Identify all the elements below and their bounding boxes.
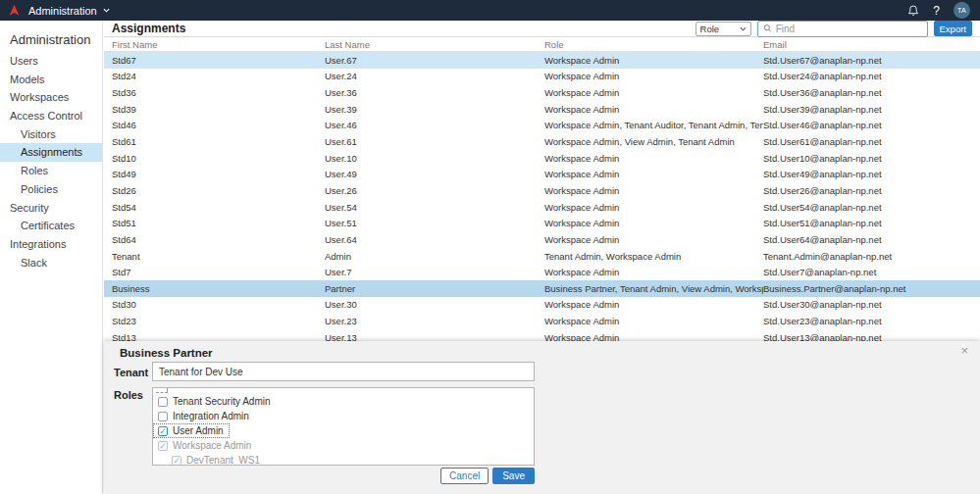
sidebar-item-policies[interactable]: Policies <box>0 180 102 199</box>
sidebar-item-certificates[interactable]: Certificates <box>0 217 102 235</box>
sidebar-item-access-control[interactable]: Access Control <box>0 107 102 125</box>
sidebar-item-assignments[interactable]: Assignments <box>0 143 102 162</box>
checkbox-unchecked[interactable] <box>158 412 168 421</box>
role-cell: Workspace Admin <box>544 169 763 179</box>
table-row[interactable]: TenantAdminTenant Admin, Workspace Admin… <box>104 248 980 265</box>
role-cell: Workspace Admin <box>544 87 763 98</box>
table-row[interactable]: Std67User.67Workspace AdminStd.User67@an… <box>104 52 980 69</box>
table-row[interactable]: Std30User.30Workspace AdminStd.User30@an… <box>104 297 980 314</box>
role-cell: Workspace Admin <box>544 71 763 81</box>
close-icon[interactable]: × <box>960 344 968 358</box>
table-row[interactable]: Std24User.24Workspace AdminStd.User24@an… <box>104 69 980 85</box>
role-cell: Workspace Admin <box>544 299 763 310</box>
panel-title: Business Partner <box>120 347 213 359</box>
first-name-cell: Std36 <box>112 87 325 98</box>
table-row[interactable]: Std26User.26Workspace AdminStd.User26@an… <box>104 182 980 199</box>
chevron-down-icon <box>103 8 110 13</box>
email-cell: Std.User67@anaplan-np.net <box>763 55 980 66</box>
column-header-first-name[interactable]: First Name <box>112 39 325 50</box>
role-option-label: Tenant Security Admin <box>173 396 271 407</box>
tenant-field-label: Tenant <box>114 367 148 378</box>
last-name-cell: User.67 <box>325 55 544 66</box>
checkbox-unchecked[interactable] <box>158 397 168 407</box>
first-name-cell: Std67 <box>112 55 325 66</box>
avatar[interactable]: TA <box>954 2 970 19</box>
role-option-integration-admin[interactable]: Integration Admin <box>153 409 255 423</box>
last-name-cell: User.30 <box>325 299 544 310</box>
table-row[interactable]: Std7User.7Workspace AdminStd.User7@anapl… <box>104 264 980 280</box>
first-name-cell: Std10 <box>112 153 325 164</box>
app-switcher-menu[interactable]: Administration <box>28 5 110 17</box>
clipped-item-indicator <box>156 388 168 393</box>
email-cell: Std.User51@anaplan-np.net <box>763 218 980 228</box>
role-filter-select[interactable]: Role <box>696 22 751 36</box>
first-name-cell: Std26 <box>112 185 325 196</box>
roles-field-label: Roles <box>114 389 143 401</box>
email-cell: Std.User24@anaplan-np.net <box>763 71 980 81</box>
table-row[interactable]: BusinessPartnerBusiness Partner, Tenant … <box>104 280 980 297</box>
role-option-user-admin[interactable]: ✓User Admin <box>153 423 230 438</box>
table-row[interactable]: Std64User.64Workspace AdminStd.User64@an… <box>104 231 980 248</box>
sidebar-item-visitors[interactable]: Visitors <box>0 125 102 144</box>
last-name-cell: Admin <box>325 251 544 262</box>
column-header-email[interactable]: Email <box>763 39 980 50</box>
roles-listbox: Tenant Security AdminIntegration Admin✓U… <box>152 387 535 466</box>
first-name-cell: Std7 <box>112 267 325 277</box>
email-cell: Std.User39@anaplan-np.net <box>763 104 980 115</box>
table-row[interactable]: Std49User.49Workspace AdminStd.User49@an… <box>104 166 980 182</box>
column-header-last-name[interactable]: Last Name <box>325 39 544 50</box>
sidebar-item-slack[interactable]: Slack <box>0 254 102 272</box>
table-row[interactable]: Std10User.10Workspace AdminStd.User10@an… <box>104 150 980 167</box>
table-row[interactable]: Std46User.46Workspace Admin, Tenant Audi… <box>104 118 980 134</box>
role-cell: Workspace Admin <box>544 316 763 326</box>
table-row[interactable]: Std23User.23Workspace AdminStd.User23@an… <box>104 313 980 329</box>
sidebar-item-models[interactable]: Models <box>0 71 102 89</box>
export-button[interactable]: Export <box>934 21 972 36</box>
role-cell: Workspace Admin, Tenant Auditor, Tenant … <box>544 120 763 130</box>
sidebar-item-roles[interactable]: Roles <box>0 162 102 180</box>
role-cell: Workspace Admin <box>544 202 763 213</box>
table-row[interactable]: Std51User.51Workspace AdminStd.User51@an… <box>104 215 980 231</box>
role-cell: Workspace Admin <box>544 153 763 164</box>
first-name-cell: Business <box>112 283 325 294</box>
help-icon[interactable]: ? <box>933 4 940 18</box>
email-cell: Std.User61@anaplan-np.net <box>763 136 980 147</box>
role-filter-label: Role <box>700 24 720 34</box>
anaplan-logo-icon[interactable] <box>8 4 21 17</box>
email-cell: Business.Partner@anaplan-np.net <box>763 283 980 294</box>
last-name-cell: User.26 <box>325 185 544 196</box>
sidebar-item-integrations[interactable]: Integrations <box>0 235 102 254</box>
sidebar-item-users[interactable]: Users <box>0 52 102 71</box>
column-header-role[interactable]: Role <box>544 39 763 50</box>
cancel-button[interactable]: Cancel <box>440 468 489 484</box>
role-cell: Tenant Admin, Workspace Admin <box>544 251 763 262</box>
first-name-cell: Std46 <box>112 120 325 130</box>
table-row[interactable]: Std54User.54Workspace AdminStd.User54@an… <box>104 199 980 216</box>
tenant-input[interactable] <box>152 362 535 381</box>
panel-buttons: Cancel Save <box>152 468 535 484</box>
bell-icon[interactable] <box>907 4 919 17</box>
find-search[interactable] <box>757 21 928 37</box>
table-row[interactable]: Std36User.36Workspace AdminStd.User36@an… <box>104 84 980 101</box>
checkbox-checked: ✓ <box>172 456 181 466</box>
checkbox-checked[interactable]: ✓ <box>158 426 168 436</box>
sidebar-item-security[interactable]: Security <box>0 199 102 218</box>
last-name-cell: User.36 <box>325 87 544 98</box>
table-row[interactable]: Std39User.39Workspace AdminStd.User39@an… <box>104 101 980 118</box>
last-name-cell: User.23 <box>325 316 544 326</box>
email-cell: Std.User26@anaplan-np.net <box>763 185 980 196</box>
last-name-cell: User.24 <box>325 71 544 81</box>
role-cell: Workspace Admin <box>544 185 763 196</box>
find-input[interactable] <box>776 24 922 34</box>
sidebar-item-workspaces[interactable]: Workspaces <box>0 88 102 107</box>
table-row[interactable]: Std61User.61Workspace Admin, View Admin,… <box>104 133 980 150</box>
last-name-cell: User.54 <box>325 202 544 213</box>
last-name-cell: Partner <box>325 283 544 294</box>
role-cell: Workspace Admin <box>544 267 763 277</box>
role-option-tenant-security-admin[interactable]: Tenant Security Admin <box>153 394 277 409</box>
role-cell: Workspace Admin <box>544 234 763 245</box>
first-name-cell: Std23 <box>112 316 325 326</box>
save-button[interactable]: Save <box>492 468 535 484</box>
role-option-workspace-admin: ✓Workspace Admin <box>153 438 257 453</box>
checkbox-checked: ✓ <box>158 441 168 451</box>
